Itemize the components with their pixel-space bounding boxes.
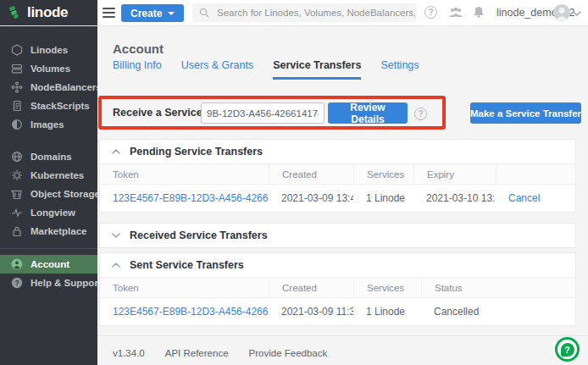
chevron-down-icon bbox=[112, 233, 120, 238]
received-panel-toggle[interactable]: Received Service Transfers bbox=[100, 224, 575, 247]
images-icon bbox=[10, 119, 23, 130]
column-header-expiry: Expiry bbox=[413, 164, 496, 184]
pending-transfers-panel: Pending Service Transfers Token Created … bbox=[99, 139, 576, 213]
stackscripts-icon bbox=[10, 100, 23, 112]
help-chat-button[interactable]: ? bbox=[555, 337, 580, 362]
column-header-created: Created bbox=[269, 278, 353, 297]
search-input[interactable] bbox=[215, 7, 417, 19]
avatar[interactable] bbox=[553, 4, 570, 21]
question-circle-icon: ? bbox=[10, 277, 23, 289]
linode-logo[interactable]: linode bbox=[0, 0, 97, 25]
cancel-link[interactable]: Cancel bbox=[508, 192, 540, 204]
svg-text:?: ? bbox=[14, 279, 19, 287]
token-link[interactable]: 123E4567-E89B-12D3-A456-426614174000 bbox=[113, 192, 269, 204]
bucket-icon bbox=[10, 188, 23, 200]
sidebar-item-marketplace[interactable]: Marketplace bbox=[0, 222, 97, 241]
sent-table-header: Token Created Services Status bbox=[100, 277, 575, 298]
tab-billing-info[interactable]: Billing Info bbox=[113, 59, 162, 80]
services-cell: 1 Linode bbox=[353, 185, 413, 212]
column-header-token: Token bbox=[100, 164, 269, 184]
column-header-services: Services bbox=[353, 278, 421, 297]
table-row: 123E4567-E89B-12D3-A456-426614174001 202… bbox=[100, 298, 575, 325]
transfer-token-input[interactable] bbox=[201, 102, 325, 124]
received-transfers-panel: Received Service Transfers bbox=[99, 223, 576, 248]
menu-icon[interactable] bbox=[103, 8, 115, 18]
help-icon[interactable]: ? bbox=[424, 6, 437, 19]
tab-service-transfers[interactable]: Service Transfers bbox=[273, 59, 361, 80]
pulse-icon bbox=[10, 207, 23, 218]
version-label: v1.34.0 bbox=[113, 348, 145, 358]
sidebar-item-longview[interactable]: Longview bbox=[0, 203, 97, 222]
panel-title: Sent Service Transfers bbox=[130, 259, 244, 271]
create-button[interactable]: Create bbox=[121, 4, 184, 22]
global-search[interactable] bbox=[192, 3, 417, 22]
sidebar-item-nodebalancers[interactable]: NodeBalancers bbox=[0, 78, 97, 97]
column-header-token: Token bbox=[100, 278, 269, 297]
tab-settings[interactable]: Settings bbox=[380, 59, 419, 80]
kubernetes-wheel-icon bbox=[10, 169, 23, 181]
expiry-cell: 2021-03-10 13:47 bbox=[413, 185, 496, 212]
pending-table-header: Token Created Services Expiry bbox=[100, 163, 575, 185]
pending-panel-toggle[interactable]: Pending Service Transfers bbox=[100, 140, 575, 163]
sidebar-item-domains[interactable]: Domains bbox=[0, 147, 97, 166]
services-cell: 1 Linode bbox=[353, 298, 421, 325]
created-cell: 2021-03-09 11:33 bbox=[269, 298, 353, 325]
column-header-actions bbox=[496, 164, 575, 184]
linode-cloud-manager: linode Create ? bbox=[0, 0, 588, 365]
main-content: Account Billing Info Users & Grants Serv… bbox=[97, 25, 588, 365]
sidebar: Linodes Volumes NodeBalancers StackScrip… bbox=[0, 25, 97, 365]
chevron-down-icon[interactable] bbox=[573, 11, 581, 16]
provide-feedback-link[interactable]: Provide Feedback bbox=[249, 348, 328, 358]
search-icon bbox=[199, 8, 209, 18]
create-button-label: Create bbox=[130, 8, 162, 19]
created-cell: 2021-03-09 13:47 bbox=[269, 185, 353, 212]
sidebar-item-kubernetes[interactable]: Kubernetes bbox=[0, 166, 97, 185]
table-row: 123E4567-E89B-12D3-A456-426614174000 202… bbox=[100, 185, 575, 212]
token-link[interactable]: 123E4567-E89B-12D3-A456-426614174001 bbox=[113, 306, 269, 318]
page-title: Account bbox=[113, 41, 164, 56]
panel-title: Received Service Transfers bbox=[130, 230, 268, 241]
community-icon[interactable] bbox=[448, 7, 463, 18]
sidebar-item-stackscripts[interactable]: StackScripts bbox=[0, 97, 97, 115]
sidebar-item-help-support[interactable]: ? Help & Support bbox=[0, 274, 97, 292]
volumes-icon bbox=[10, 63, 23, 75]
help-icon[interactable]: ? bbox=[414, 108, 427, 120]
column-header-status: Status bbox=[421, 278, 575, 297]
panel-title: Pending Service Transfers bbox=[130, 146, 263, 158]
notifications-bell-icon[interactable] bbox=[473, 6, 485, 19]
sent-transfers-panel: Sent Service Transfers Token Created Ser… bbox=[99, 252, 576, 326]
sidebar-item-volumes[interactable]: Volumes bbox=[0, 59, 97, 78]
padlock-icon bbox=[10, 225, 23, 237]
top-navigation-bar: linode Create ? bbox=[0, 0, 588, 26]
account-person-icon bbox=[10, 258, 23, 270]
sidebar-item-account[interactable]: Account bbox=[0, 255, 97, 274]
chevron-down-icon bbox=[168, 12, 175, 15]
chevron-up-icon bbox=[112, 149, 120, 154]
sent-panel-toggle[interactable]: Sent Service Transfers bbox=[100, 253, 575, 277]
footer: v1.34.0 API Reference Provide Feedback bbox=[97, 335, 588, 358]
question-bubble-icon: ? bbox=[561, 343, 574, 357]
column-header-created: Created bbox=[269, 164, 353, 184]
make-service-transfer-button[interactable]: Make a Service Transfer bbox=[470, 102, 581, 124]
account-tabs: Billing Info Users & Grants Service Tran… bbox=[113, 59, 419, 80]
sidebar-item-linodes[interactable]: Linodes bbox=[0, 41, 97, 59]
sidebar-divider bbox=[0, 248, 97, 249]
tab-users-grants[interactable]: Users & Grants bbox=[181, 59, 253, 80]
logo-text: linode bbox=[27, 4, 68, 21]
review-details-button[interactable]: Review Details bbox=[328, 102, 408, 124]
linode-logo-icon bbox=[8, 5, 22, 20]
nodebalancer-icon bbox=[10, 81, 23, 93]
sidebar-item-images[interactable]: Images bbox=[0, 115, 97, 134]
linode-cube-icon bbox=[10, 44, 23, 56]
status-cell: Cancelled bbox=[421, 298, 575, 325]
sidebar-item-object-storage[interactable]: Object Storage bbox=[0, 185, 97, 203]
chevron-up-icon bbox=[112, 263, 120, 268]
globe-icon bbox=[10, 151, 23, 163]
api-reference-link[interactable]: API Reference bbox=[165, 348, 229, 358]
column-header-services: Services bbox=[353, 164, 413, 184]
